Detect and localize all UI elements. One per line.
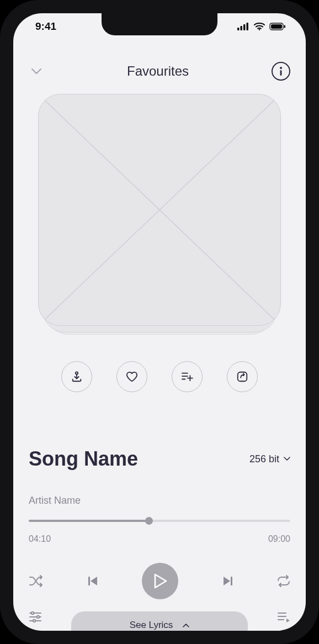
lyrics-label: See Lyrics [130, 620, 173, 631]
svg-rect-6 [271, 24, 282, 29]
time-elapsed: 04:10 [29, 534, 51, 544]
svg-point-8 [280, 67, 282, 69]
svg-point-26 [33, 620, 35, 622]
svg-rect-0 [237, 28, 239, 30]
svg-rect-1 [241, 26, 242, 30]
svg-point-24 [37, 616, 39, 618]
collapse-chevron-icon[interactable] [29, 64, 44, 79]
svg-point-4 [259, 29, 260, 30]
artist-name: Artist Name [13, 495, 306, 506]
progress-track[interactable] [29, 520, 290, 522]
svg-rect-7 [284, 25, 286, 28]
time-total: 09:00 [268, 534, 290, 544]
album-art-stack [38, 94, 281, 342]
svg-rect-18 [238, 372, 247, 382]
song-name: Song Name [29, 447, 138, 471]
download-button[interactable] [61, 361, 92, 392]
shuffle-button[interactable] [29, 575, 43, 587]
progress-fill [29, 520, 149, 522]
queue-button[interactable] [277, 611, 290, 622]
screen-title: Favourites [127, 64, 189, 79]
favourite-button[interactable] [116, 361, 147, 392]
add-to-playlist-button[interactable] [172, 361, 203, 392]
svg-point-22 [31, 612, 34, 614]
previous-button[interactable] [87, 576, 98, 587]
svg-rect-9 [280, 70, 282, 76]
see-lyrics-button[interactable]: See Lyrics [71, 611, 248, 631]
repeat-button[interactable] [277, 575, 290, 587]
next-button[interactable] [222, 576, 233, 587]
share-button[interactable] [227, 361, 258, 392]
bitrate-selector[interactable]: 256 bit [249, 453, 290, 465]
cellular-icon [237, 23, 249, 30]
equalizer-button[interactable] [29, 611, 42, 622]
svg-rect-19 [88, 577, 90, 585]
info-button[interactable] [272, 62, 290, 81]
svg-rect-2 [243, 24, 245, 30]
chevron-up-icon [183, 623, 189, 627]
svg-rect-20 [231, 577, 232, 585]
chevron-down-icon [284, 457, 290, 461]
svg-rect-3 [247, 23, 248, 30]
battery-icon [269, 23, 286, 30]
device-notch [102, 13, 217, 35]
status-time: 9:41 [35, 20, 56, 33]
play-button[interactable] [142, 563, 178, 599]
wifi-icon [254, 23, 265, 30]
bitrate-label: 256 bit [249, 453, 279, 465]
album-art-placeholder[interactable] [38, 94, 281, 326]
progress-thumb[interactable] [145, 517, 153, 525]
